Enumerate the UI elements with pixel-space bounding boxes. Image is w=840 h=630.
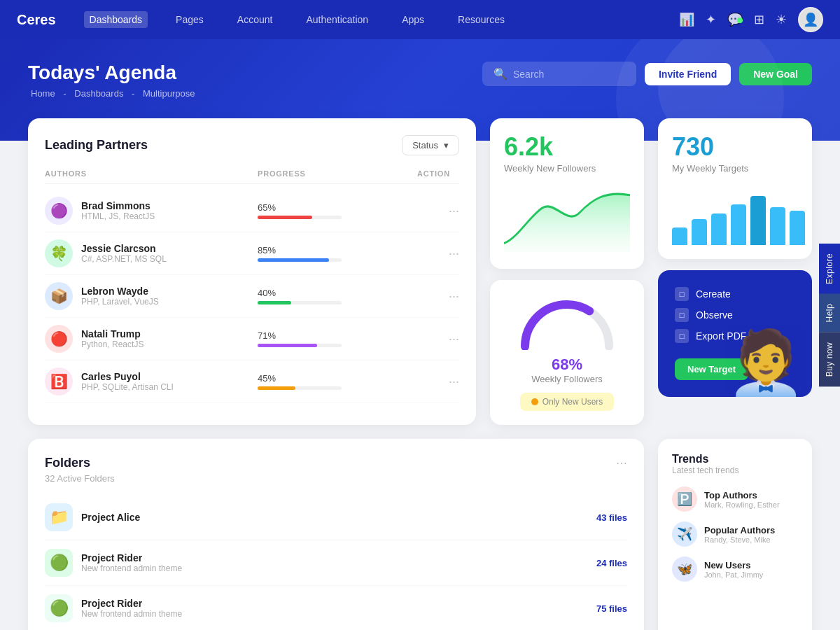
navbar: Ceres Dashboards Pages Account Authentic… — [0, 0, 840, 39]
promo-card: □ Cereate □ Observe □ Export PDF New Tar… — [658, 270, 812, 397]
gauge-svg — [518, 294, 616, 350]
breadcrumb: Home - Dashboards - Multipurpose — [28, 88, 812, 99]
progress-fill — [258, 216, 312, 219]
progress-fill — [258, 258, 329, 262]
table-header: AUTHORS PROGRESS ACTION — [45, 169, 459, 184]
folder-left: 🟢 Project Rider New frontend admin theme — [45, 594, 182, 622]
nav-dashboards[interactable]: Dashboards — [84, 11, 148, 28]
grid-icon-wrap[interactable]: ⊞ — [754, 12, 764, 27]
author-name: Carles Puyol — [81, 371, 174, 382]
progress-bar — [258, 386, 342, 390]
trend-sub: John, Pat, Jimmy — [704, 570, 763, 579]
author-info: 🟣 Brad Simmons HTML, JS, ReactJS — [45, 197, 258, 225]
progress-bar — [258, 301, 342, 304]
action-dots[interactable]: ··· — [417, 374, 459, 389]
bar-item — [750, 196, 766, 245]
sun-icon: ☀ — [776, 13, 787, 27]
folder-row: 📁 Project Alice 43 files — [45, 495, 627, 540]
leading-partners-card: Leading Partners Status ▾ AUTHORS PROGRE… — [28, 118, 476, 425]
status-dropdown[interactable]: Status ▾ — [402, 135, 459, 155]
sun-icon-wrap[interactable]: ☀ — [776, 12, 787, 27]
promo-item-observe: □ Observe — [675, 308, 795, 322]
trend-rows: 🅿️ Top Authors Mark, Rowling, Esther ✈️ … — [672, 486, 798, 582]
targets-label: My Weekly Targets — [672, 163, 798, 174]
folder-name: Project Rider — [81, 552, 182, 564]
weekly-targets-card: 730 My Weekly Targets — [658, 118, 812, 259]
brand-logo: Ceres — [17, 12, 56, 28]
gauge-container — [518, 294, 616, 350]
author-skills: Python, ReactJS — [81, 340, 144, 349]
middle-column: 6.2k Weekly New Followers — [490, 118, 644, 425]
author-row: 📦 Lebron Wayde PHP, Laravel, VueJS 40% ·… — [45, 275, 459, 318]
progress-bar — [258, 344, 342, 347]
bottom-grid: Folders ⋯ 32 Active Folders 📁 Project Al… — [28, 439, 812, 630]
search-input[interactable] — [513, 69, 625, 80]
progress-cell: 71% — [258, 330, 417, 347]
author-skills: C#, ASP.NET, MS SQL — [81, 254, 167, 264]
trend-sub: Randy, Steve, Mike — [704, 536, 775, 544]
gauge-value: 68% — [552, 356, 582, 374]
create-icon: □ — [675, 287, 689, 301]
nav-account[interactable]: Account — [232, 11, 279, 28]
breadcrumb-home[interactable]: Home — [31, 88, 55, 99]
bar-rect — [731, 204, 746, 245]
header-actions: 🔍 Invite Friend New Goal — [482, 62, 812, 86]
trend-row: 🦋 New Users John, Pat, Jimmy — [672, 556, 798, 582]
bar-rect — [711, 214, 727, 245]
bar-chart-icon-wrap[interactable]: 📊 — [679, 12, 694, 27]
grid-icon: ⊞ — [754, 13, 764, 27]
new-goal-button[interactable]: New Goal — [739, 63, 812, 85]
promo-item-create: □ Cereate — [675, 287, 795, 301]
author-row: 🅱️ Carles Puyol PHP, SQLite, Artisan CLI… — [45, 360, 459, 403]
breadcrumb-multipurpose: Multipurpose — [143, 88, 195, 99]
author-info: 🅱️ Carles Puyol PHP, SQLite, Artisan CLI — [45, 368, 258, 396]
folders-card: Folders ⋯ 32 Active Folders 📁 Project Al… — [28, 439, 644, 630]
author-skills: HTML, JS, ReactJS — [81, 211, 155, 221]
bar-item — [672, 227, 687, 245]
author-info: 🔴 Natali Trump Python, ReactJS — [45, 325, 258, 353]
folders-subtitle: 32 Active Folders — [45, 473, 627, 484]
progress-pct: 85% — [258, 245, 417, 255]
progress-col-header: PROGRESS — [258, 169, 417, 178]
status-label: Status — [412, 140, 438, 150]
author-info: 🍀 Jessie Clarcson C#, ASP.NET, MS SQL — [45, 239, 258, 267]
author-avatar: 🔴 — [45, 325, 73, 353]
author-rows: 🟣 Brad Simmons HTML, JS, ReactJS 65% ···… — [45, 190, 459, 403]
invite-friend-button[interactable]: Invite Friend — [645, 63, 731, 85]
sparkle-icon-wrap[interactable]: ✦ — [706, 12, 716, 27]
explore-tab[interactable]: Explore — [819, 244, 840, 294]
action-dots[interactable]: ··· — [417, 289, 459, 304]
nav-resources[interactable]: Resources — [452, 11, 510, 28]
search-bar[interactable]: 🔍 — [482, 62, 636, 86]
right-column: 730 My Weekly Targets □ Cereate □ Observ… — [658, 118, 812, 425]
targets-bar-chart — [672, 182, 798, 245]
bar-item — [770, 207, 785, 245]
help-tab[interactable]: Help — [819, 294, 840, 332]
bar-rect — [750, 196, 766, 245]
folders-more-icon[interactable]: ⋯ — [616, 456, 627, 470]
folder-name: Project Rider — [81, 598, 182, 609]
trend-sub: Mark, Rowling, Esther — [704, 500, 780, 509]
content-grid: Leading Partners Status ▾ AUTHORS PROGRE… — [28, 118, 812, 425]
action-dots[interactable]: ··· — [417, 332, 459, 346]
trends-title: Trends — [672, 453, 798, 465]
chat-icon-wrap[interactable]: 💬 — [727, 12, 743, 27]
progress-pct: 65% — [258, 202, 417, 213]
folder-left: 📁 Project Alice — [45, 503, 140, 531]
bar-rect — [692, 219, 707, 245]
nav-pages[interactable]: Pages — [170, 11, 209, 28]
action-dots[interactable]: ··· — [417, 204, 459, 218]
author-name: Brad Simmons — [81, 200, 155, 211]
buy-now-tab[interactable]: Buy now — [819, 332, 840, 387]
nav-authentication[interactable]: Authentication — [300, 11, 374, 28]
progress-fill — [258, 344, 317, 347]
progress-fill — [258, 386, 295, 390]
bar-item — [711, 214, 727, 245]
user-avatar[interactable]: 👤 — [798, 7, 823, 32]
breadcrumb-dashboards[interactable]: Dashboards — [74, 88, 123, 99]
action-dots[interactable]: ··· — [417, 246, 459, 261]
progress-cell: 85% — [258, 245, 417, 262]
trend-row: 🅿️ Top Authors Mark, Rowling, Esther — [672, 486, 798, 512]
author-row: 🍀 Jessie Clarcson C#, ASP.NET, MS SQL 85… — [45, 232, 459, 275]
nav-apps[interactable]: Apps — [396, 11, 430, 28]
